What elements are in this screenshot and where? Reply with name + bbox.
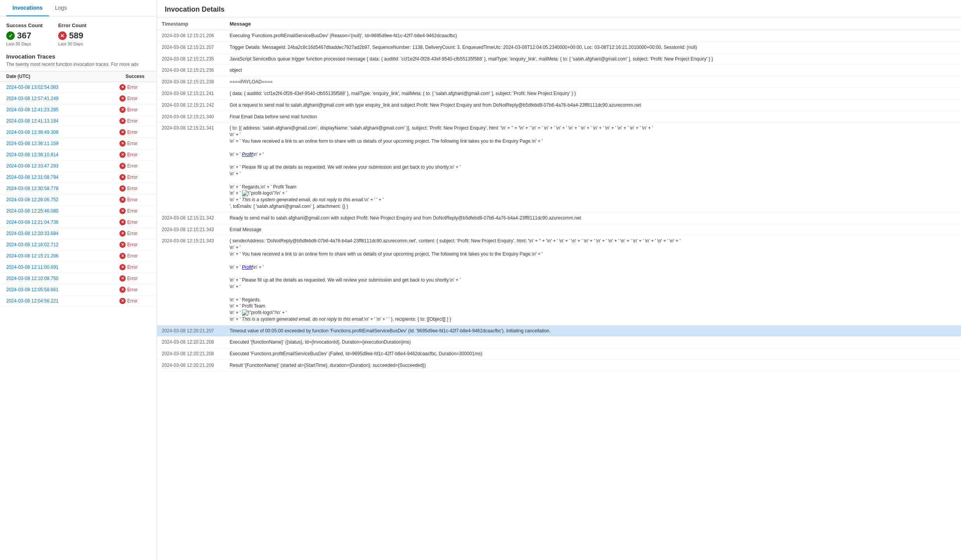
error-x-icon: ✕ — [119, 275, 126, 282]
trace-status: ✕ Error — [119, 287, 150, 293]
trace-list-item[interactable]: 2024-03-08 12:10:08.750 ✕ Error — [0, 273, 157, 284]
detail-table: Timestamp Message 2024-03-08 12:15:21.20… — [157, 18, 961, 372]
error-x-icon: ✕ — [119, 219, 126, 225]
trace-list-item[interactable]: 2024-03-08 12:05:58.661 ✕ Error — [0, 284, 157, 296]
error-x-icon: ✕ — [119, 152, 126, 158]
success-count-label: Success Count — [6, 22, 43, 28]
detail-table-row[interactable]: 2024-03-08 12:15:21.206 Executing 'Funct… — [157, 30, 961, 42]
trace-status: ✕ Error — [119, 140, 150, 147]
trace-list-item[interactable]: 2024-03-08 12:38:49.308 ✕ Error — [0, 127, 157, 138]
trace-date-link[interactable]: 2024-03-08 12:10:08.750 — [6, 276, 119, 281]
trace-list-item[interactable]: 2024-03-08 12:26:06.752 ✕ Error — [0, 194, 157, 206]
trace-date-link[interactable]: 2024-03-08 12:20:33.684 — [6, 231, 119, 236]
detail-row-message: object — [225, 65, 961, 76]
trace-date-link[interactable]: 2024-03-08 12:11:00.691 — [6, 264, 119, 270]
trace-list-item[interactable]: 2024-03-08 12:11:00.691 ✕ Error — [0, 262, 157, 273]
trace-date-link[interactable]: 2024-03-08 12:15:21.206 — [6, 253, 119, 259]
trace-date-link[interactable]: 2024-03-08 12:30:58.778 — [6, 186, 119, 191]
trace-list-item[interactable]: 2024-03-08 12:15:21.206 ✕ Error — [0, 251, 157, 262]
trace-date-link[interactable]: 2024-03-08 12:41:23.295 — [6, 107, 119, 112]
detail-table-row[interactable]: 2024-03-08 12:20:21.208 Executed '{funct… — [157, 337, 961, 348]
tab-invocations[interactable]: Invocations — [6, 0, 49, 16]
stats-row: Success Count ✓ 367 Last 30 Days Error C… — [0, 16, 157, 49]
trace-status-label: Error — [127, 85, 138, 90]
detail-table-row[interactable]: 2024-03-08 12:15:21.239 ====PAYLOAD==== — [157, 76, 961, 88]
error-x-icon: ✕ — [119, 230, 126, 237]
error-x-icon: ✕ — [119, 253, 126, 259]
detail-table-row[interactable]: 2024-03-08 12:15:21.235 JavaScript Servi… — [157, 53, 961, 65]
trace-status: ✕ Error — [119, 275, 150, 282]
trace-date-link[interactable]: 2024-03-08 12:36:11.159 — [6, 141, 119, 146]
detail-table-row[interactable]: 2024-03-08 12:15:21.343 Email Message — [157, 224, 961, 235]
detail-table-row[interactable]: 2024-03-08 12:15:21.342 Ready to send ma… — [157, 212, 961, 224]
detail-table-row[interactable]: 2024-03-08 12:20:21.209 Result '{Functio… — [157, 360, 961, 372]
trace-date-link[interactable]: 2024-03-08 12:36:10.814 — [6, 152, 119, 157]
trace-status-label: Error — [127, 231, 138, 236]
trace-status-label: Error — [127, 197, 138, 202]
trace-list-item[interactable]: 2024-03-08 12:41:23.295 ✕ Error — [0, 104, 157, 116]
detail-table-row[interactable]: 2024-03-08 12:20:21.208 Executed 'Functi… — [157, 348, 961, 360]
detail-panel-title: Invocation Details — [157, 0, 961, 18]
trace-date-link[interactable]: 2024-03-08 12:38:49.308 — [6, 130, 119, 135]
trace-status-label: Error — [127, 242, 138, 247]
detail-table-row[interactable]: 2024-03-08 12:15:21.241 { data: { auditI… — [157, 88, 961, 99]
trace-list-item[interactable]: 2024-03-08 12:16:02.712 ✕ Error — [0, 239, 157, 251]
trace-date-link[interactable]: 2024-03-08 12:05:58.661 — [6, 287, 119, 292]
header-message: Message — [225, 18, 961, 30]
trace-status: ✕ Error — [119, 152, 150, 158]
trace-status: ✕ Error — [119, 129, 150, 135]
trace-date-link[interactable]: 2024-03-08 12:21:04.736 — [6, 220, 119, 225]
trace-status: ✕ Error — [119, 208, 150, 214]
trace-list-item[interactable]: 2024-03-08 12:57:41.249 ✕ Error — [0, 93, 157, 104]
detail-table-row[interactable]: 2024-03-08 12:15:21.236 object — [157, 65, 961, 76]
trace-date-link[interactable]: 2024-03-08 12:41:13.184 — [6, 118, 119, 124]
error-x-icon: ✕ — [119, 185, 126, 192]
detail-row-message: Executing 'Functions.profitEmailServiceB… — [225, 30, 961, 42]
error-x-icon: ✕ — [119, 197, 126, 203]
detail-row-message: Final Email Data before send mail functi… — [225, 111, 961, 123]
detail-row-message: { senderAddress: 'DoNotReply@b5dfebd8-07… — [225, 235, 961, 325]
tab-logs[interactable]: Logs — [49, 0, 73, 16]
detail-table-row[interactable]: 2024-03-08 12:15:21.343 { senderAddress:… — [157, 235, 961, 325]
trace-table-header: Date (UTC) Success — [0, 71, 157, 82]
detail-table-row[interactable]: 2024-03-08 12:15:21.242 Got a request to… — [157, 99, 961, 111]
trace-list-item[interactable]: 2024-03-08 13:02:54.083 ✕ Error — [0, 82, 157, 93]
trace-date-link[interactable]: 2024-03-08 12:31:08.794 — [6, 175, 119, 180]
detail-row-timestamp: 2024-03-08 12:15:21.341 — [157, 123, 225, 212]
trace-date-link[interactable]: 2024-03-08 12:25:46.080 — [6, 208, 119, 214]
detail-row-message: Executed '{functionName}' ({status}, Id=… — [225, 337, 961, 348]
trace-list-item[interactable]: 2024-03-08 12:41:13.184 ✕ Error — [0, 116, 157, 127]
detail-row-timestamp: 2024-03-08 12:15:21.236 — [157, 65, 225, 76]
trace-date-link[interactable]: 2024-03-08 12:04:56.221 — [6, 298, 119, 304]
error-x-icon: ✕ — [119, 242, 126, 248]
trace-date-link[interactable]: 2024-03-08 12:26:06.752 — [6, 197, 119, 202]
trace-list-item[interactable]: 2024-03-08 12:25:46.080 ✕ Error — [0, 206, 157, 217]
trace-list-item[interactable]: 2024-03-08 12:04:56.221 ✕ Error — [0, 296, 157, 307]
trace-date-link[interactable]: 2024-03-08 12:57:41.249 — [6, 96, 119, 101]
trace-date-link[interactable]: 2024-03-08 12:16:02.712 — [6, 242, 119, 247]
trace-list: 2024-03-08 13:02:54.083 ✕ Error 2024-03-… — [0, 82, 157, 560]
trace-date-link[interactable]: 2024-03-08 12:33:47.293 — [6, 163, 119, 169]
trace-list-item[interactable]: 2024-03-08 12:36:11.159 ✕ Error — [0, 138, 157, 149]
tabs-bar: Invocations Logs — [0, 0, 157, 16]
trace-status: ✕ Error — [119, 107, 150, 113]
trace-list-item[interactable]: 2024-03-08 12:30:58.778 ✕ Error — [0, 183, 157, 194]
trace-list-item[interactable]: 2024-03-08 12:21:04.736 ✕ Error — [0, 217, 157, 228]
trace-list-item[interactable]: 2024-03-08 12:31:08.794 ✕ Error — [0, 172, 157, 183]
detail-table-container: Timestamp Message 2024-03-08 12:15:21.20… — [157, 18, 961, 560]
trace-status-label: Error — [127, 220, 138, 225]
trace-list-item[interactable]: 2024-03-08 12:36:10.814 ✕ Error — [0, 149, 157, 161]
trace-status-label: Error — [127, 264, 138, 270]
trace-status-label: Error — [127, 107, 138, 112]
detail-row-message: { data: { auditId: 'ccf1e2f4-0f28-43ef-9… — [225, 88, 961, 99]
trace-list-item[interactable]: 2024-03-08 12:20:33.684 ✕ Error — [0, 228, 157, 239]
detail-table-row[interactable]: 2024-03-08 12:15:21.207 Trigger Details:… — [157, 41, 961, 53]
trace-status-label: Error — [127, 287, 138, 292]
detail-table-row[interactable]: 2024-03-08 12:15:21.340 Final Email Data… — [157, 111, 961, 123]
trace-status-label: Error — [127, 186, 138, 191]
trace-list-item[interactable]: 2024-03-08 12:33:47.293 ✕ Error — [0, 161, 157, 172]
detail-table-row[interactable]: 2024-03-08 12:15:21.341 { to: [{ address… — [157, 123, 961, 212]
detail-table-row[interactable]: 2024-03-08 12:20:21.207 Timeout value of… — [157, 325, 961, 337]
trace-date-link[interactable]: 2024-03-08 13:02:54.083 — [6, 85, 119, 90]
detail-row-message: Timeout value of 00:05:00 exceeded by fu… — [225, 325, 961, 337]
